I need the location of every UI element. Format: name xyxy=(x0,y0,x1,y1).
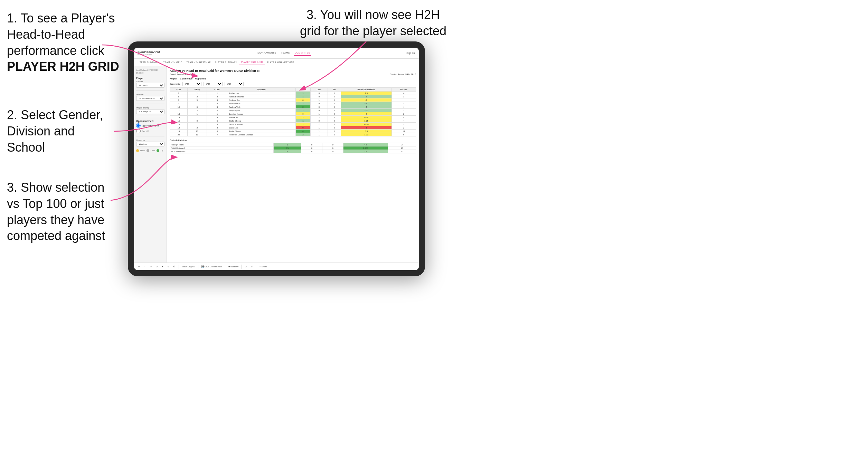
cell-win: 2 xyxy=(295,105,310,109)
cell-opponent: Emily Chang xyxy=(228,130,295,133)
cell-diff: 0.38 xyxy=(341,116,392,119)
cell-reg: 3 xyxy=(188,98,207,102)
cell-rounds: 2 xyxy=(392,112,416,116)
toolbar-swap[interactable]: ⇄ xyxy=(250,265,254,268)
cell-opponent: Federica Domecq Lacroze xyxy=(228,133,295,136)
subnav-player-h2h-grid[interactable]: PLAYER H2H GRID xyxy=(239,59,265,65)
cell-rounds: 3 xyxy=(392,102,416,105)
table-row: 14 7 4 Eunice Yi 2 2 0 0.38 9 xyxy=(170,116,416,119)
toolbar-share-arrow[interactable]: ↗ xyxy=(244,265,248,268)
sidebar-division-select[interactable]: NCAA Division III xyxy=(136,96,164,101)
toolbar-star[interactable]: ✦ xyxy=(161,265,164,268)
cell-tie: 0 xyxy=(322,146,343,150)
cell-tie: 0 xyxy=(322,150,343,153)
toolbar-back[interactable]: ← xyxy=(143,265,147,268)
h2h-table-head: # Div # Reg # Conf Opponent Win Loss Tie… xyxy=(170,88,416,92)
toolbar-redo[interactable]: ↪ xyxy=(149,265,153,268)
sidebar-divider-2 xyxy=(136,104,164,104)
cell-div: 6 xyxy=(170,98,188,102)
opponent-filter-group: Opponent xyxy=(195,77,206,80)
sidebar: Last Updated: 27/03/2024 16:55:38 Player… xyxy=(134,66,167,263)
toolbar-sep-2 xyxy=(198,265,198,269)
instruction-top-right: 3. You will now see H2H grid for the pla… xyxy=(290,0,456,46)
cell-opponent: Stella Cheng xyxy=(228,119,295,123)
nav-teams[interactable]: TEAMS xyxy=(280,50,291,56)
subnav-player-h2h-heatmap[interactable]: PLAYER H2H HEATMAP xyxy=(265,60,296,65)
subnav-player-summary[interactable]: PLAYER SUMMARY xyxy=(213,60,239,65)
toolbar-share[interactable]: ⇪ Share xyxy=(258,265,268,268)
radio-top-100[interactable]: Top 100 xyxy=(136,129,164,133)
cell-diff: -3 xyxy=(341,112,392,116)
cell-tie: 0 xyxy=(328,119,341,123)
toolbar-refresh[interactable]: ⟳ xyxy=(155,265,159,268)
cell-tie: 0 xyxy=(328,133,341,136)
radio-opponents-played[interactable]: Opponents Played xyxy=(136,123,164,128)
cell-diff: 7.4 xyxy=(343,150,388,153)
cell-diff: 4 xyxy=(341,95,392,98)
sidebar-player-rank-select[interactable]: 8. Katelyn Vo xyxy=(136,109,164,114)
legend-dot-down xyxy=(136,149,139,152)
subnav-team-h2h-grid[interactable]: TEAM H2H GRID xyxy=(161,60,185,65)
conference-filter-select[interactable]: (All) xyxy=(204,82,223,86)
region-filter-select[interactable]: (All) xyxy=(225,82,244,86)
cell-div: 18 xyxy=(170,126,188,130)
table-row: 18 2 2 Euna Lee 0 1 0 -5 2 xyxy=(170,126,416,130)
sidebar-colour-by-label: Colour by xyxy=(136,139,164,141)
cell-loss: 0 xyxy=(310,105,328,109)
cell-win: 0 xyxy=(295,98,310,102)
th-conf: # Conf xyxy=(207,88,228,92)
cell-opponent: Alexis Sudjianto xyxy=(228,95,295,98)
table-row: 20 11 7 Federica Domecq Lacroze 2 1 0 1.… xyxy=(170,133,416,136)
cell-div: 9 xyxy=(170,102,188,105)
region-header: Region xyxy=(170,77,177,80)
nav-committee[interactable]: COMMITTEE xyxy=(294,50,311,56)
division-record: Division Record: 331 - 34 - 6 xyxy=(390,73,416,75)
cell-opponent: Jessica Mason xyxy=(228,123,295,126)
sidebar-radio-group: Opponents Played Top 100 xyxy=(136,123,164,133)
nav-tournaments[interactable]: TOURNAMENTS xyxy=(255,50,277,56)
cell-loss: 0 xyxy=(310,102,328,105)
opponents-filter-select[interactable]: (All) xyxy=(182,82,201,86)
sidebar-colour-by-select[interactable]: Win/loss xyxy=(136,142,164,146)
cell-win: 1 xyxy=(295,92,310,95)
toolbar-undo[interactable]: ↩ xyxy=(137,265,141,268)
th-win: Win xyxy=(295,88,310,92)
th-reg: # Reg xyxy=(188,88,207,92)
cell-div: 5 xyxy=(170,95,188,98)
cell-tie: 0 xyxy=(328,92,341,95)
cell-loss: 1 xyxy=(310,126,328,130)
cell-rounds: 10 xyxy=(388,150,416,153)
cell-win: 1 xyxy=(273,143,301,146)
cell-rounds: 6 xyxy=(392,133,416,136)
nav-sign-out[interactable]: Sign out xyxy=(406,52,415,54)
toolbar-save-custom-view[interactable]: 💾 Save Custom View xyxy=(200,265,223,268)
data-title: Katelyn Vo Head-to-Head Grid for Women's… xyxy=(170,69,416,73)
cell-win: 2 xyxy=(295,116,310,119)
cell-conf: 2 xyxy=(207,126,228,130)
sidebar-gender-select[interactable]: Women's xyxy=(136,83,164,88)
toolbar-rotate[interactable]: ↺ xyxy=(167,265,170,268)
toolbar-watch[interactable]: 👁 Watch ▾ xyxy=(227,265,239,268)
cell-opponent: Andrea York xyxy=(228,105,295,109)
instruction-2: 2. Select Gender, Division and School xyxy=(0,107,117,155)
th-rounds: Rounds xyxy=(392,88,416,92)
cell-tie: 0 xyxy=(328,109,341,112)
sidebar-divider-1 xyxy=(136,90,164,91)
nav-items: TOURNAMENTS TEAMS COMMITTEE xyxy=(164,50,402,56)
cell-rounds: 4 xyxy=(392,119,416,123)
cell-tie: 0 xyxy=(328,123,341,126)
subnav-team-h2h-heatmap[interactable]: TEAM H2H HEATMAP xyxy=(184,60,213,65)
table-row: 11 2 5 Heejo Hyun 1 0 0 3.33 3 xyxy=(170,109,416,112)
th-loss: Loss xyxy=(310,88,328,92)
data-area: Katelyn Vo Head-to-Head Grid for Women's… xyxy=(167,66,419,263)
cell-diff: -5 xyxy=(341,126,392,130)
subnav-team-summary[interactable]: TEAM SUMMARY xyxy=(138,60,161,65)
cell-reg: 10 xyxy=(188,130,207,133)
cell-loss: 0 xyxy=(301,143,322,146)
cell-win: 1 xyxy=(295,109,310,112)
toolbar-timer[interactable]: ⏱ xyxy=(172,265,177,268)
cell-win: 1 xyxy=(295,102,310,105)
cell-reg: 2 xyxy=(188,126,207,130)
toolbar-view-original[interactable]: View: Original xyxy=(181,265,196,268)
cell-opponent: Jessica Huang xyxy=(228,112,295,116)
